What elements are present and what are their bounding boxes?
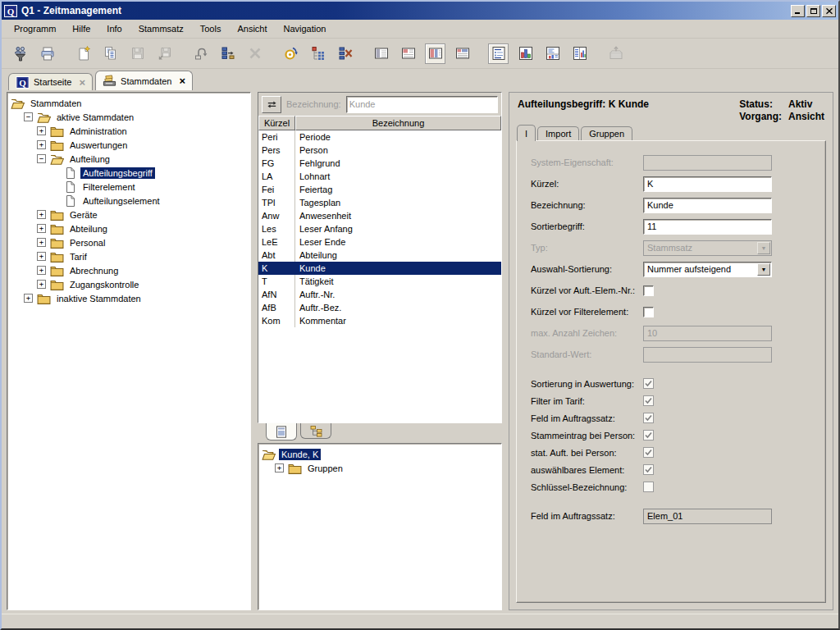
menu-item-ansicht[interactable]: Ansicht (229, 21, 275, 36)
table-row-afn[interactable]: AfNAuftr.-Nr. (258, 288, 501, 301)
chart-view-button[interactable] (515, 43, 536, 64)
form-row-standard-wert: Standard-Wert: (531, 344, 825, 365)
table-row-afb[interactable]: AfBAuftr.-Bez. (258, 301, 501, 314)
svg-text:Q: Q (19, 77, 26, 87)
tree-item-label[interactable]: aktive Stammdaten (54, 112, 136, 123)
tree-expander[interactable]: + (275, 463, 284, 472)
checkbox-kuerzel-vor-auft-elem-nr[interactable] (643, 285, 654, 296)
column-header-kuerzel[interactable]: Kürzel (258, 116, 295, 130)
tree-expander[interactable]: + (37, 266, 46, 275)
tree-item-label[interactable]: Tarif (67, 251, 89, 262)
tree-delete-button[interactable] (335, 43, 355, 64)
tree-expander[interactable]: + (37, 140, 46, 149)
details-list-button[interactable] (488, 43, 509, 64)
tree-item-label[interactable]: Zugangskontrolle (67, 279, 141, 290)
splitter-left[interactable] (251, 92, 258, 610)
table-row-anw[interactable]: AnwAnwesenheit (258, 209, 501, 222)
tab-close-icon[interactable]: × (79, 77, 85, 88)
history-button[interactable] (281, 43, 301, 64)
form-row-auswahl-sortierung: Auswahl-Sortierung:Nummer aufsteigend▼ (531, 258, 825, 280)
tree-new-button[interactable] (308, 43, 328, 64)
table-row-pers[interactable]: PersPerson (258, 144, 501, 157)
table-row-peri[interactable]: PeriPeriode (258, 130, 501, 144)
splitter-right[interactable] (502, 92, 509, 610)
detail-tab-i[interactable]: I (517, 125, 536, 141)
tree-item-label[interactable]: Aufteilung (67, 153, 112, 165)
table-row-la[interactable]: LALohnart (258, 170, 501, 183)
search-refresh-button[interactable] (262, 96, 281, 113)
menu-item-stammsatz[interactable]: Stammsatz (130, 21, 192, 36)
tree-expander[interactable]: − (37, 154, 46, 163)
tree-item-label[interactable]: Stammdaten (28, 98, 84, 109)
menu-item-programm[interactable]: Programm (6, 21, 64, 36)
tab-startseite[interactable]: QStartseite× (8, 73, 93, 90)
table-row-t[interactable]: TTätigkeit (258, 275, 501, 288)
tree-item-label[interactable]: Aufteilungselement (80, 195, 162, 207)
field-kuerzel[interactable]: K (643, 176, 772, 192)
menu-item-tools[interactable]: Tools (192, 21, 230, 36)
tree-expander[interactable]: + (37, 210, 46, 219)
layout-columns-button[interactable] (425, 43, 445, 64)
revert-button[interactable] (190, 43, 211, 64)
report-view-button[interactable] (569, 43, 590, 64)
minimize-button[interactable] (791, 5, 805, 17)
close-button[interactable] (822, 5, 836, 17)
detail-tab-import[interactable]: Import (537, 126, 579, 140)
tree-item-label[interactable]: Kunde, K (279, 449, 321, 460)
detail-tab-gruppen[interactable]: Gruppen (581, 126, 632, 140)
print-button[interactable] (37, 43, 57, 64)
subtab-group-view[interactable] (300, 423, 331, 439)
tree-item-label[interactable]: Abteilung (67, 223, 110, 235)
tree-item-label[interactable]: Gruppen (305, 463, 345, 474)
menu-item-hilfe[interactable]: Hilfe (64, 21, 98, 36)
tree-item-label[interactable]: Personal (67, 237, 107, 249)
tree-expander[interactable]: − (24, 112, 33, 121)
search-input[interactable] (346, 96, 498, 113)
layout-top-button[interactable] (452, 43, 472, 64)
table-row-fei[interactable]: FeiFeiertag (258, 183, 501, 196)
table-row-les[interactable]: LesLeser Anfang (258, 222, 501, 235)
layout-chart-view-button[interactable] (542, 43, 563, 64)
layout-chart-icon (545, 45, 561, 62)
column-header-bezeichnung[interactable]: Bezeichnung (295, 116, 501, 130)
maximize-button[interactable] (806, 5, 820, 17)
table-row-tpl[interactable]: TPlTagesplan (258, 196, 501, 209)
copy-record-button[interactable] (100, 43, 121, 64)
tree-item-label[interactable]: inaktive Stammdaten (54, 293, 144, 304)
tree-item-label[interactable]: Geräte (67, 209, 100, 221)
move-record-button[interactable] (217, 43, 238, 64)
field-bezeichnung[interactable]: Kunde (643, 198, 772, 213)
tree-expander[interactable]: + (37, 126, 46, 135)
subtab-list-view[interactable] (266, 423, 297, 441)
new-record-button[interactable] (73, 43, 94, 64)
layout-left-button[interactable] (371, 43, 391, 64)
tree-expander[interactable]: + (37, 224, 46, 233)
tree-item-label[interactable]: Filterelement (80, 181, 138, 193)
table-row-fg[interactable]: FGFehlgrund (258, 157, 501, 170)
tree-expander[interactable]: + (37, 252, 46, 261)
field-max-anzahl-zeichen: 10 (643, 326, 772, 341)
tree-item-label[interactable]: Aufteilungsbegriff (80, 167, 155, 179)
checkbox-kuerzel-vor-filterelement[interactable] (643, 307, 654, 317)
table-row-lee[interactable]: LeELeser Ende (258, 235, 501, 249)
menu-item-info[interactable]: Info (98, 21, 130, 36)
layout-topleft-button[interactable] (398, 43, 418, 64)
table-row-abt[interactable]: AbtAbteilung (258, 249, 501, 262)
tree-item-label[interactable]: Administration (67, 126, 130, 137)
tree-expander[interactable]: + (37, 280, 46, 289)
tab-stammdaten[interactable]: Stammdaten× (95, 71, 193, 90)
tab-close-icon[interactable]: × (179, 75, 185, 86)
tree-expander[interactable]: + (24, 294, 33, 303)
dropdown-arrow-icon[interactable]: ▼ (757, 263, 770, 276)
user-filter-button[interactable] (10, 43, 30, 64)
menu-item-navigation[interactable]: Navigation (276, 21, 335, 36)
table-row-k[interactable]: KKunde (258, 262, 501, 275)
tree-item-label[interactable]: Auswertungen (67, 139, 130, 151)
field-sortierbegriff[interactable]: 11 (643, 219, 772, 235)
tree-item-label[interactable]: Abrechnung (67, 265, 121, 276)
tree-expander[interactable]: + (37, 238, 46, 247)
table-row-kom[interactable]: KomKommentar (258, 314, 501, 327)
select-value: Nummer aufsteigend (644, 264, 757, 274)
search-row: Bezeichnung: (258, 93, 501, 116)
field-auswahl-sortierung[interactable]: Nummer aufsteigend▼ (643, 262, 772, 277)
